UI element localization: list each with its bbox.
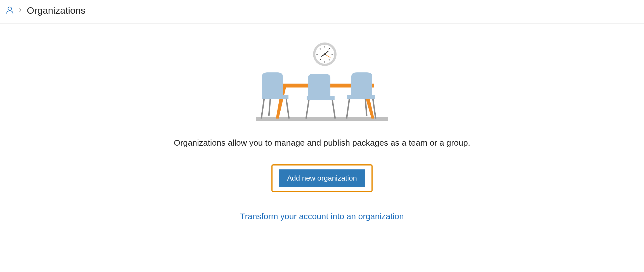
svg-line-20 xyxy=(261,99,264,119)
svg-line-21 xyxy=(286,99,289,119)
breadcrumb-current: Organizations xyxy=(27,5,86,16)
organizations-description: Organizations allow you to manage and pu… xyxy=(174,138,470,148)
svg-rect-26 xyxy=(347,95,375,99)
add-new-organization-button[interactable]: Add new organization xyxy=(279,169,365,187)
highlight-box: Add new organization xyxy=(271,164,373,192)
svg-rect-19 xyxy=(262,95,288,99)
breadcrumb: Organizations xyxy=(0,0,644,23)
svg-line-25 xyxy=(332,100,335,119)
meeting-room-illustration xyxy=(251,40,393,124)
svg-point-15 xyxy=(324,53,326,55)
main-content: Organizations allow you to manage and pu… xyxy=(0,23,644,221)
svg-line-27 xyxy=(347,99,349,119)
svg-line-22 xyxy=(269,99,270,116)
svg-rect-23 xyxy=(307,96,335,100)
svg-point-0 xyxy=(8,7,12,10)
svg-line-24 xyxy=(306,100,309,119)
transform-account-link[interactable]: Transform your account into an organizat… xyxy=(240,212,404,221)
user-icon[interactable] xyxy=(6,6,14,15)
chevron-right-icon xyxy=(18,8,23,14)
